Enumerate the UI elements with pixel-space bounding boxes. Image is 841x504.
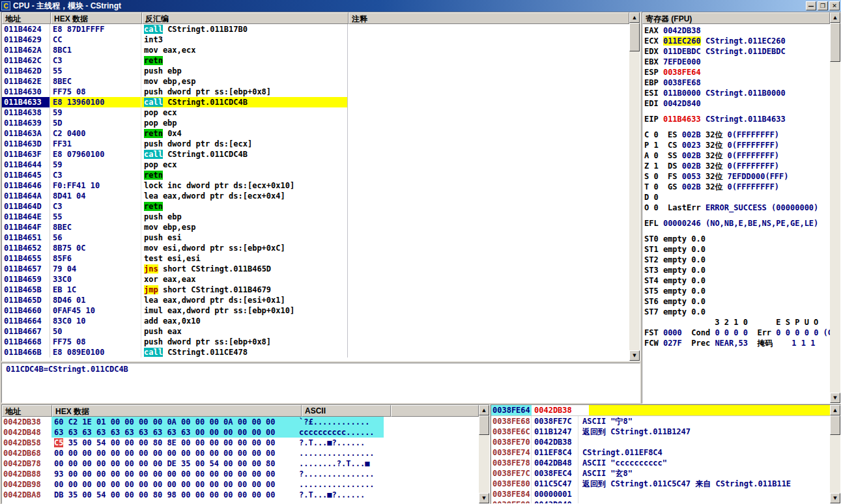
- disasm-row[interactable]: 011B466483C0 10add eax,0x10: [2, 316, 629, 326]
- register-line[interactable]: EFL 00000246 (NO,NB,E,BE,NS,PE,GE,LE): [644, 218, 830, 229]
- disasm-row[interactable]: 011B463DFF31push dword ptr ds:[ecx]: [2, 139, 629, 149]
- disasm-row[interactable]: 011B464459pop ecx: [2, 160, 629, 170]
- close-button[interactable]: ✕: [829, 1, 840, 10]
- register-line[interactable]: EAX 0042DB38: [644, 25, 830, 36]
- stack-top-row[interactable]: 0038FE64 0042DB38: [491, 405, 830, 416]
- scrollbar-thumb[interactable]: [830, 23, 840, 62]
- scroll-down-icon[interactable]: ▼: [830, 493, 840, 503]
- disasm-row[interactable]: 011B4630FF75 08push dword ptr ss:[ebp+0x…: [2, 87, 629, 97]
- dump-scrollbar[interactable]: ▲ ▼: [479, 405, 489, 503]
- disasm-row[interactable]: 011B4633E8 13960100call CStringt.011CDC4…: [2, 97, 629, 107]
- dump-address-column-header[interactable]: 地址: [2, 405, 52, 417]
- register-line[interactable]: ECX 011EC260 CStringt.011EC260: [644, 36, 830, 46]
- scroll-down-icon[interactable]: ▼: [479, 493, 489, 503]
- scroll-down-icon[interactable]: ▼: [629, 350, 640, 361]
- register-line[interactable]: D 0: [644, 192, 830, 203]
- disasm-row[interactable]: 011B466BE8 089E0100call CStringt.011CE47…: [2, 347, 629, 357]
- dump-row[interactable]: 0042DBA8DB 35 00 54 00 00 00 80 98 00 00…: [2, 490, 479, 500]
- register-line[interactable]: A 0 SS 002B 32位 0(FFFFFFFF): [644, 150, 830, 161]
- disasm-row[interactable]: 011B465933C0xor eax,eax: [2, 274, 629, 285]
- disasm-row[interactable]: 011B465779 04jns short CStringt.011B465D: [2, 264, 629, 274]
- stack-row[interactable]: 0038FE880042D840: [491, 499, 830, 503]
- dump-row[interactable]: 0042DB8893 00 00 00 00 00 00 00 00 00 00…: [2, 469, 479, 479]
- disassembly-scrollbar[interactable]: ▲ ▼: [629, 12, 640, 361]
- title-bar[interactable]: C CPU - 主线程，模块 - CStringt — ❐ ✕: [0, 0, 841, 12]
- scroll-up-icon[interactable]: ▲: [479, 405, 489, 415]
- stack-row[interactable]: 0038FE8400000001: [491, 489, 830, 499]
- disasm-row[interactable]: 011B4668FF75 08push dword ptr ss:[ebp+0x…: [2, 337, 629, 347]
- stack-scrollbar[interactable]: ▲ ▼: [830, 405, 840, 503]
- disassembly-column-header[interactable]: 反汇编: [142, 12, 349, 24]
- dump-row[interactable]: 0042DB6800 00 00 00 00 00 00 00 00 00 00…: [2, 448, 479, 458]
- register-line[interactable]: P 1 CS 0023 32位 0(FFFFFFFF): [644, 140, 830, 150]
- register-line[interactable]: S 0 FS 0053 32位 7EFDD000(FFF): [644, 171, 830, 182]
- hex-column-header[interactable]: HEX 数据: [51, 12, 142, 24]
- restore-button[interactable]: ❐: [818, 1, 828, 10]
- register-line[interactable]: EDI 0042D840: [644, 98, 830, 109]
- scroll-up-icon[interactable]: ▲: [629, 12, 640, 23]
- scroll-down-icon[interactable]: ▼: [830, 393, 840, 403]
- register-line[interactable]: FCW 027F Prec NEAR,53 掩码 1 1 1: [644, 338, 830, 348]
- stack-row[interactable]: 0038FE74011EF8C4CStringt.011EF8C4: [491, 447, 830, 458]
- disasm-row[interactable]: 011B464A8D41 04lea eax,dword ptr ds:[ecx…: [2, 191, 629, 201]
- disasm-row[interactable]: 011B463859pop ecx: [2, 107, 629, 118]
- register-line[interactable]: ST5 empty 0.0: [644, 286, 830, 296]
- register-line[interactable]: ST7 empty 0.0: [644, 307, 830, 317]
- dump-row[interactable]: 0042DB58C5 35 00 54 00 00 00 80 8E 00 00…: [2, 438, 479, 448]
- disasm-row[interactable]: 011B464F8BECmov ebp,esp: [2, 222, 629, 232]
- dump-row[interactable]: 0042DB3860 C2 1E 01 00 00 00 00 0A 00 00…: [2, 417, 479, 427]
- disasm-row[interactable]: 011B462A8BC1mov eax,ecx: [2, 45, 629, 55]
- stack-row[interactable]: 0038FE700042DB38: [491, 437, 830, 447]
- disasm-row[interactable]: 011B465BEB 1Cjmp short CStringt.011B4679: [2, 285, 629, 295]
- disasm-row[interactable]: 011B46600FAF45 10imul eax,dword ptr ss:[…: [2, 305, 629, 316]
- register-line[interactable]: O 0 LastErr ERROR_SUCCESS (00000000): [644, 203, 830, 213]
- disasm-row[interactable]: 011B4645C3retn: [2, 170, 629, 180]
- register-line[interactable]: EBP 0038FE68: [644, 77, 830, 88]
- disasm-row[interactable]: 011B465585F6test esi,esi: [2, 253, 629, 264]
- disasm-row[interactable]: 011B463AC2 0400retn 0x4: [2, 128, 629, 139]
- disasm-row[interactable]: 011B4624E8 87D1FFFFcall CStringt.011B17B…: [2, 24, 629, 35]
- address-column-header[interactable]: 地址: [2, 12, 51, 24]
- dump-row[interactable]: 0042DB7800 00 00 00 00 00 00 00 DE 35 00…: [2, 458, 479, 469]
- register-line[interactable]: ESI 011B0000 CStringt.011B0000: [644, 88, 830, 98]
- dump-ascii-column-header[interactable]: ASCII: [302, 405, 391, 417]
- disasm-row[interactable]: 011B4646F0:FF41 10lock inc dword ptr ds:…: [2, 180, 629, 191]
- scroll-up-icon[interactable]: ▲: [830, 12, 840, 23]
- dump-row[interactable]: 0042DB4863 63 63 63 63 63 63 63 63 63 00…: [2, 427, 479, 438]
- disasm-row[interactable]: 011B462D55push ebp: [2, 66, 629, 76]
- disasm-row[interactable]: 011B465156push esi: [2, 232, 629, 243]
- register-line[interactable]: ST4 empty 0.0: [644, 275, 830, 286]
- disasm-row[interactable]: 011B46528B75 0Cmov esi,dword ptr ss:[ebp…: [2, 243, 629, 253]
- stack-row[interactable]: 0038FE6C011B1247返回到 CStringt.011B1247: [491, 427, 830, 437]
- register-line[interactable]: ST0 empty 0.0: [644, 234, 830, 244]
- minimize-button[interactable]: —: [806, 1, 816, 10]
- disasm-row[interactable]: 011B465D8D46 01lea eax,dword ptr ds:[esi…: [2, 295, 629, 305]
- register-line[interactable]: T 0 GS 002B 32位 0(FFFFFFFF): [644, 182, 830, 192]
- register-line[interactable]: ST3 empty 0.0: [644, 265, 830, 275]
- register-line[interactable]: ST6 empty 0.0: [644, 296, 830, 307]
- comment-column-header[interactable]: 注释: [349, 12, 629, 24]
- register-line[interactable]: 3 2 1 0 E S P U O: [644, 317, 830, 328]
- register-line[interactable]: ST2 empty 0.0: [644, 255, 830, 265]
- scrollbar-thumb[interactable]: [830, 415, 840, 435]
- scrollbar-thumb[interactable]: [479, 415, 489, 435]
- stack-row[interactable]: 0038FE7C0038FEC4ASCII "玄8": [491, 468, 830, 479]
- register-line[interactable]: Z 1 DS 002B 32位 0(FFFFFFFF): [644, 161, 830, 171]
- registers-scrollbar[interactable]: ▲ ▼: [830, 12, 840, 403]
- register-line[interactable]: ESP 0038FE64: [644, 67, 830, 77]
- disasm-row[interactable]: 011B464DC3retn: [2, 201, 629, 212]
- disasm-row[interactable]: 011B462CC3retn: [2, 55, 629, 66]
- register-line[interactable]: EBX 7EFDE000: [644, 57, 830, 67]
- disasm-row[interactable]: 011B463FE8 07960100call CStringt.011CDC4…: [2, 149, 629, 160]
- disasm-row[interactable]: 011B4629CCint3: [2, 35, 629, 45]
- register-line[interactable]: FST 0000 Cond 0 0 0 0 Err 0 0 0 0 0 (GT): [644, 328, 830, 338]
- dump-hex-column-header[interactable]: HEX 数据: [52, 405, 302, 417]
- dump-row[interactable]: 0042DB9800 00 00 00 00 00 00 00 00 00 00…: [2, 479, 479, 490]
- stack-row[interactable]: 0038FE680038FE7CASCII "宁8": [491, 416, 830, 427]
- disasm-row[interactable]: 011B46395Dpop ebp: [2, 118, 629, 128]
- disasm-row[interactable]: 011B462E8BECmov ebp,esp: [2, 76, 629, 87]
- stack-row[interactable]: 0038FE780042DB48ASCII "cccccccccc": [491, 458, 830, 468]
- stack-row[interactable]: 0038FE80011C5C47返回到 CStringt.011C5C47 来自…: [491, 479, 830, 489]
- scrollbar-thumb[interactable]: [629, 23, 640, 51]
- disasm-row[interactable]: 011B464E55push ebp: [2, 212, 629, 222]
